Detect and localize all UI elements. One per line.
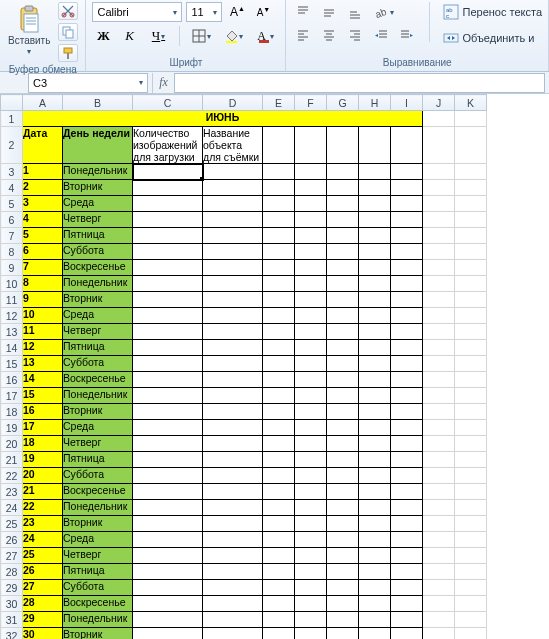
cell[interactable] xyxy=(391,292,423,308)
row-header[interactable]: 20 xyxy=(1,436,23,452)
name-box[interactable]: C3 ▾ xyxy=(28,73,148,93)
header-cell[interactable]: Название объекта для съёмки xyxy=(203,127,263,164)
cell[interactable] xyxy=(263,484,295,500)
cell[interactable] xyxy=(203,356,263,372)
cell[interactable] xyxy=(263,164,295,180)
orientation-button[interactable]: ab▾ xyxy=(370,2,398,22)
format-painter-button[interactable] xyxy=(58,44,78,62)
cell[interactable] xyxy=(133,228,203,244)
cell[interactable] xyxy=(359,292,391,308)
cell[interactable] xyxy=(455,596,487,612)
cell[interactable] xyxy=(263,564,295,580)
cell[interactable] xyxy=(133,420,203,436)
cell[interactable] xyxy=(263,436,295,452)
cell[interactable] xyxy=(455,196,487,212)
fill-color-button[interactable]: ▾ xyxy=(219,26,247,46)
weekday-cell[interactable]: Четверг xyxy=(63,212,133,228)
cell[interactable] xyxy=(391,420,423,436)
cell[interactable] xyxy=(295,196,327,212)
cell[interactable] xyxy=(391,308,423,324)
cell[interactable] xyxy=(359,276,391,292)
cell[interactable] xyxy=(295,340,327,356)
underline-button[interactable]: Ч▾ xyxy=(144,26,172,46)
cell[interactable] xyxy=(327,596,359,612)
row-header[interactable]: 15 xyxy=(1,356,23,372)
cell[interactable] xyxy=(263,596,295,612)
cell[interactable] xyxy=(203,532,263,548)
align-bottom-button[interactable] xyxy=(344,2,366,22)
weekday-cell[interactable]: Суббота xyxy=(63,468,133,484)
weekday-cell[interactable]: Суббота xyxy=(63,244,133,260)
date-cell[interactable]: 2 xyxy=(23,180,63,196)
cell[interactable] xyxy=(203,628,263,639)
cell[interactable] xyxy=(327,452,359,468)
borders-button[interactable]: ▾ xyxy=(187,26,215,46)
weekday-cell[interactable]: Вторник xyxy=(63,628,133,639)
column-header[interactable]: F xyxy=(295,95,327,111)
date-cell[interactable]: 28 xyxy=(23,596,63,612)
paste-button[interactable]: Вставить ▾ xyxy=(6,2,52,58)
weekday-cell[interactable]: Четверг xyxy=(63,548,133,564)
cell[interactable] xyxy=(133,436,203,452)
cell[interactable] xyxy=(455,260,487,276)
cell[interactable] xyxy=(423,212,455,228)
cell[interactable] xyxy=(423,244,455,260)
cell[interactable] xyxy=(295,628,327,639)
cell[interactable] xyxy=(423,580,455,596)
cell[interactable] xyxy=(455,356,487,372)
cell[interactable] xyxy=(203,596,263,612)
date-cell[interactable]: 21 xyxy=(23,484,63,500)
row-header[interactable]: 16 xyxy=(1,372,23,388)
row-header[interactable]: 6 xyxy=(1,212,23,228)
cell[interactable] xyxy=(263,127,295,164)
date-cell[interactable]: 29 xyxy=(23,612,63,628)
grow-font-button[interactable]: A▲ xyxy=(226,2,248,22)
cell[interactable] xyxy=(295,276,327,292)
cell[interactable] xyxy=(455,340,487,356)
cell[interactable] xyxy=(263,404,295,420)
date-cell[interactable]: 25 xyxy=(23,548,63,564)
cell[interactable] xyxy=(423,452,455,468)
cell[interactable] xyxy=(359,564,391,580)
cell[interactable] xyxy=(203,468,263,484)
weekday-cell[interactable]: Понедельник xyxy=(63,164,133,180)
cell[interactable] xyxy=(133,468,203,484)
cell[interactable] xyxy=(133,532,203,548)
cell[interactable] xyxy=(359,404,391,420)
cell[interactable] xyxy=(203,180,263,196)
cell[interactable] xyxy=(263,420,295,436)
cell[interactable] xyxy=(295,436,327,452)
cell[interactable] xyxy=(203,516,263,532)
cell[interactable] xyxy=(263,468,295,484)
align-right-button[interactable] xyxy=(344,25,366,45)
cell[interactable] xyxy=(203,436,263,452)
cell[interactable] xyxy=(327,580,359,596)
cell[interactable] xyxy=(455,484,487,500)
cell[interactable] xyxy=(133,324,203,340)
weekday-cell[interactable]: Среда xyxy=(63,420,133,436)
cell[interactable] xyxy=(391,388,423,404)
date-cell[interactable]: 26 xyxy=(23,564,63,580)
decrease-indent-button[interactable] xyxy=(370,25,392,45)
row-header[interactable]: 27 xyxy=(1,548,23,564)
cell[interactable] xyxy=(359,308,391,324)
cell[interactable] xyxy=(263,308,295,324)
cell[interactable] xyxy=(327,276,359,292)
cell[interactable] xyxy=(203,196,263,212)
weekday-cell[interactable]: Понедельник xyxy=(63,388,133,404)
cell[interactable] xyxy=(391,127,423,164)
date-cell[interactable]: 16 xyxy=(23,404,63,420)
cell[interactable] xyxy=(359,436,391,452)
cell[interactable] xyxy=(423,388,455,404)
cell[interactable] xyxy=(455,180,487,196)
cell[interactable] xyxy=(359,212,391,228)
cell[interactable] xyxy=(359,548,391,564)
cell[interactable] xyxy=(295,228,327,244)
cell[interactable] xyxy=(327,340,359,356)
cell[interactable] xyxy=(327,564,359,580)
cell[interactable] xyxy=(327,532,359,548)
cell[interactable] xyxy=(295,260,327,276)
cell[interactable] xyxy=(327,612,359,628)
cell[interactable] xyxy=(455,111,487,127)
cell[interactable] xyxy=(295,516,327,532)
